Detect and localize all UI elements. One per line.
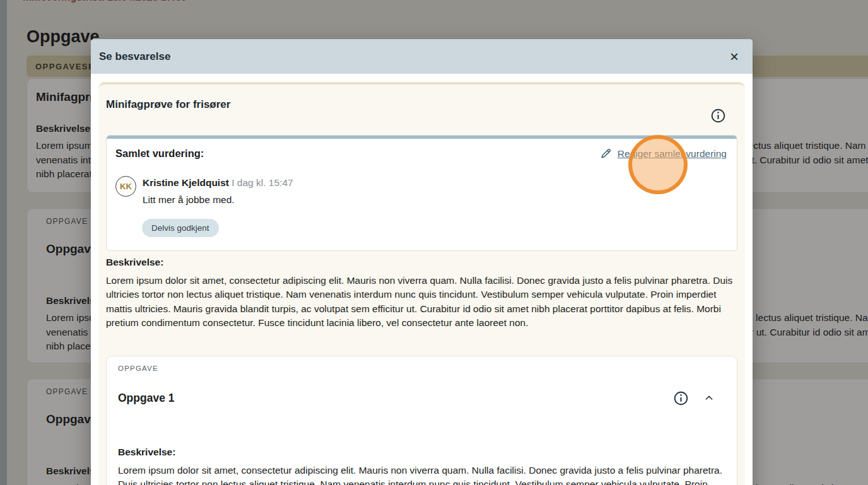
description-text: Lorem ipsum dolor sit amet, consectetur …	[118, 464, 742, 485]
task-card: OPPGAVE Oppgave 1	[106, 356, 737, 485]
modal-body: Minifagprøve for frisører Samlet vurderi…	[91, 74, 753, 485]
submission-panel: Minifagprøve for frisører Samlet vurderi…	[98, 82, 745, 485]
screen: Innleveringsfrist: 28.04.2025 17:00 Oppg…	[0, 0, 868, 485]
close-icon: ×	[730, 48, 739, 65]
info-button[interactable]	[710, 108, 726, 124]
description-label: Beskrivelse:	[118, 447, 725, 458]
close-button[interactable]: ×	[730, 49, 739, 64]
task-type-label: OPPGAVE	[118, 365, 725, 372]
edit-summary-label: Rediger samlet vurdering	[618, 148, 727, 160]
status-badge: Delvis godkjent	[142, 219, 219, 237]
description-label: Beskrivelse:	[106, 257, 737, 268]
task-title: Oppgave 1	[118, 392, 174, 405]
task-info-button[interactable]	[673, 390, 689, 406]
modal-title: Se besvarelse	[99, 50, 170, 63]
chevron-up-icon	[704, 393, 714, 403]
avatar: KK	[115, 176, 136, 197]
info-icon	[673, 390, 689, 406]
info-icon	[710, 108, 726, 124]
test-title: Minifagprøve for frisører	[106, 98, 737, 111]
pencil-icon	[600, 148, 612, 160]
modal-header: Se besvarelse ×	[91, 39, 753, 74]
comment-timestamp: I dag kl. 15:47	[232, 177, 293, 188]
summary-card: Samlet vurdering: Rediger samlet vurderi…	[106, 135, 737, 251]
collapse-button[interactable]	[704, 393, 714, 403]
comment-text: Litt mer å jobbe med.	[143, 193, 293, 206]
description-text: Lorem ipsum dolor sit amet, consectetur …	[106, 274, 738, 330]
se-besvarelse-modal: Se besvarelse × Minifagprøve for frisøre…	[91, 39, 753, 485]
summary-heading: Samlet vurdering:	[115, 148, 204, 160]
edit-summary-button[interactable]: Rediger samlet vurdering	[600, 148, 727, 160]
author-name: Kristine Kjeldquist	[143, 177, 229, 188]
avatar-initials: KK	[120, 182, 132, 191]
